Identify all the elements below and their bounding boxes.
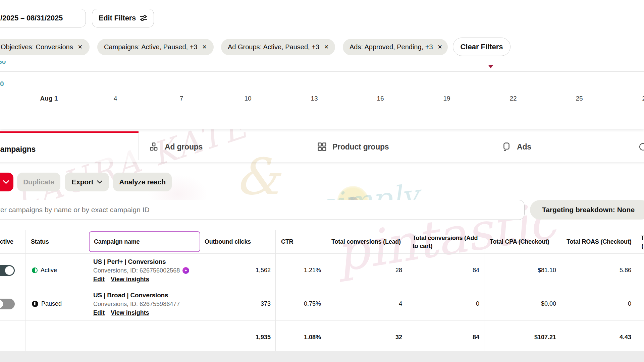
cpa-checkout-value: $81.10 bbox=[484, 254, 561, 287]
campaign-toggle-off[interactable] bbox=[0, 299, 15, 309]
y-axis-tick: 50 bbox=[0, 61, 6, 66]
close-icon[interactable]: ✕ bbox=[324, 44, 329, 51]
column-header-active[interactable]: Active bbox=[0, 230, 25, 254]
targeting-tab-icon[interactable] bbox=[639, 143, 644, 150]
export-button[interactable]: Export bbox=[65, 173, 109, 191]
toggle-knob bbox=[0, 300, 3, 308]
edit-link[interactable]: Edit bbox=[93, 309, 105, 316]
view-insights-link[interactable]: View insights bbox=[111, 309, 149, 316]
column-header-outbound-clicks[interactable]: Outbound clicks bbox=[202, 230, 276, 254]
row-status-cell: Paused bbox=[25, 287, 88, 321]
column-header-status[interactable]: Status bbox=[25, 230, 88, 254]
tab-product-groups-label: Product groups bbox=[332, 142, 389, 152]
chart-data-marker bbox=[488, 65, 493, 68]
campaign-name[interactable]: US | Broad | Conversions bbox=[93, 292, 168, 299]
product-groups-icon bbox=[318, 142, 326, 151]
close-icon[interactable]: ✕ bbox=[438, 44, 442, 51]
filter-chip-campaigns[interactable]: Campaigns: Active, Paused, +3 ✕ bbox=[97, 39, 214, 55]
x-axis-tick: 22 bbox=[509, 95, 517, 102]
duplicate-button[interactable]: Duplicate bbox=[17, 173, 60, 191]
chip-label: Ads: Approved, Pending, +3 bbox=[350, 43, 433, 51]
filter-chip-ad-groups[interactable]: Ad Groups: Active, Paused, +3 ✕ bbox=[221, 39, 335, 55]
chip-label: Campaigns: Active, Paused, +3 bbox=[104, 43, 198, 51]
totals-cpa-checkout: $107.21 bbox=[484, 323, 561, 351]
x-axis-tick: 19 bbox=[443, 95, 450, 102]
status-label: Paused bbox=[41, 300, 62, 307]
toggle-knob bbox=[5, 266, 14, 275]
chevron-down-icon bbox=[97, 180, 102, 184]
tab-campaigns[interactable]: Campaigns bbox=[0, 131, 139, 162]
paused-status-icon bbox=[32, 301, 38, 307]
ctr-value: 0.75% bbox=[276, 287, 326, 321]
tab-separator bbox=[139, 133, 139, 160]
x-axis-tick: 13 bbox=[311, 95, 318, 102]
tab-ads-label: Ads bbox=[517, 142, 531, 152]
targeting-breakdown-dropdown[interactable]: Targeting breakdown: None bbox=[530, 200, 644, 220]
ads-icon bbox=[502, 142, 511, 151]
x-axis-tick: 28 bbox=[642, 95, 644, 102]
column-header-total-conversions-add-to-cart[interactable]: Total conversions (Add to cart) bbox=[407, 230, 484, 254]
date-range-label: 08/01/2025 – 08/31/2025 bbox=[0, 14, 63, 22]
close-icon[interactable]: ✕ bbox=[202, 44, 207, 51]
close-icon[interactable]: ✕ bbox=[78, 44, 83, 51]
outbound-clicks-value: 373 bbox=[202, 287, 276, 321]
tab-ads[interactable]: Ads bbox=[502, 131, 531, 162]
campaign-meta: Conversions, ID: 626755986477 bbox=[93, 301, 180, 308]
duplicate-label: Duplicate bbox=[23, 178, 54, 186]
x-axis-tick: 7 bbox=[180, 95, 183, 102]
tab-product-groups[interactable]: Product groups bbox=[318, 131, 389, 162]
edit-filters-label: Edit Filters bbox=[99, 14, 136, 22]
totals-roas-checkout: 4.43 bbox=[561, 323, 636, 351]
active-status-icon bbox=[32, 267, 38, 273]
column-header-total-roas-checkout[interactable]: Total ROAS (Checkout) bbox=[561, 230, 636, 254]
column-header-campaign-name[interactable]: Campaign name bbox=[88, 230, 202, 254]
tab-ad-groups[interactable]: Ad groups bbox=[150, 131, 203, 162]
x-axis-tick: 25 bbox=[576, 95, 583, 102]
totals-row-cell bbox=[25, 323, 88, 351]
filter-chip-objectives[interactable]: Objectives: Conversions ✕ bbox=[0, 39, 90, 55]
totals-row-cell bbox=[636, 323, 644, 351]
clear-filters-button[interactable]: Clear Filters bbox=[453, 38, 511, 56]
horizontal-scrollbar-track[interactable] bbox=[0, 351, 644, 362]
date-range-picker[interactable]: 08/01/2025 – 08/31/2025 bbox=[0, 9, 86, 27]
column-header-cut-off[interactable]: T ( bbox=[636, 230, 644, 254]
x-axis-tick: 10 bbox=[244, 95, 251, 102]
conversions-lead-value: 28 bbox=[326, 254, 407, 287]
status-label: Active bbox=[41, 267, 57, 274]
campaign-name-header-highlight: Campaign name bbox=[89, 231, 200, 252]
cpa-checkout-value: $0.00 bbox=[484, 287, 561, 321]
x-axis-tick: Aug 1 bbox=[40, 95, 58, 102]
targeting-breakdown-label: Targeting breakdown: None bbox=[542, 206, 635, 214]
campaign-meta: Conversions, ID: 626756002568 bbox=[93, 267, 180, 274]
analyze-reach-button[interactable]: Analyze reach bbox=[113, 173, 172, 191]
tab-ad-groups-label: Ad groups bbox=[165, 142, 203, 152]
chip-label: Ad Groups: Active, Paused, +3 bbox=[228, 43, 319, 51]
conversions-lead-value: 4 bbox=[326, 287, 407, 321]
column-header-ctr[interactable]: CTR bbox=[276, 230, 326, 254]
x-axis-tick: 4 bbox=[114, 95, 117, 102]
clear-filters-label: Clear Filters bbox=[460, 43, 503, 51]
campaign-name[interactable]: US | Perf+ | Conversions bbox=[93, 258, 166, 265]
totals-ctr: 1.08% bbox=[276, 323, 326, 351]
edit-link[interactable]: Edit bbox=[93, 276, 105, 283]
campaign-name-cell: US | Broad | Conversions Conversions, ID… bbox=[88, 287, 202, 321]
ctr-value: 1.21% bbox=[276, 254, 326, 287]
column-header-total-conversions-lead[interactable]: Total conversions (Lead) bbox=[326, 230, 407, 254]
create-campaign-button[interactable] bbox=[0, 173, 13, 191]
outbound-clicks-value: 1,562 bbox=[202, 254, 276, 287]
row-toggle-cell bbox=[0, 254, 25, 287]
tabbar-shadow bbox=[0, 162, 644, 165]
view-insights-link[interactable]: View insights bbox=[111, 276, 149, 283]
column-header-total-cpa-checkout[interactable]: Total CPA (Checkout) bbox=[484, 230, 561, 254]
row-toggle-cell bbox=[0, 287, 25, 321]
edit-filters-button[interactable]: Edit Filters bbox=[92, 9, 154, 27]
campaign-search-input[interactable] bbox=[0, 200, 525, 220]
filter-chip-ads[interactable]: Ads: Approved, Pending, +3 ✕ bbox=[343, 39, 448, 55]
performance-plus-badge-icon: ✦ bbox=[182, 267, 189, 274]
tab-campaigns-label: Campaigns bbox=[0, 145, 36, 154]
chip-label: Objectives: Conversions bbox=[1, 43, 73, 51]
row-status-cell: Active bbox=[25, 254, 88, 287]
campaign-toggle-on[interactable] bbox=[0, 265, 15, 276]
performance-chart: 50 0 Aug 1 4 7 10 13 16 19 22 25 28 bbox=[0, 61, 644, 129]
conversions-add-to-cart-value: 0 bbox=[407, 287, 484, 321]
